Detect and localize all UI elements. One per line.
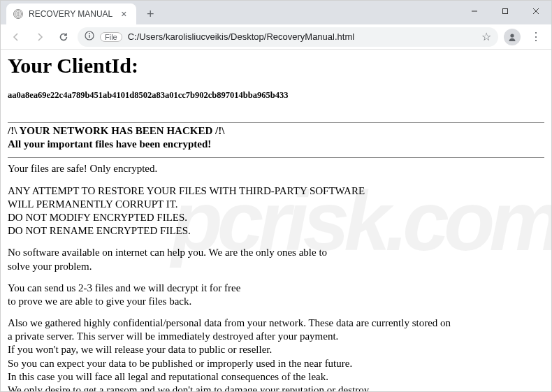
close-tab-icon[interactable]: × [118, 8, 129, 20]
person-icon [504, 29, 521, 45]
body-line: So you can expect your data to be publis… [8, 358, 352, 369]
hacked-line: /!\ YOUR NETWORK HAS BEEN HACKED /!\ [8, 125, 224, 136]
body-line: WILL PERMANENTLY CORRUPT IT. [8, 198, 178, 210]
body-line: If you won't pay, we will release your d… [8, 344, 272, 355]
svg-point-6 [89, 33, 90, 34]
profile-avatar[interactable] [502, 27, 522, 47]
address-bar[interactable]: File C:/Users/karolisliucveikis/Desktop/… [78, 27, 498, 47]
window-controls [459, 1, 551, 22]
browser-window: RECOVERY MANUAL × + File C:/Users/karoli… [0, 0, 552, 392]
maximize-button[interactable] [490, 1, 521, 22]
toolbar: File C:/Users/karolisliucveikis/Desktop/… [1, 24, 551, 50]
minimize-button[interactable] [459, 1, 490, 22]
close-window-button[interactable] [521, 1, 551, 22]
page-title: Your ClientId: [8, 54, 544, 78]
body-line: No software available on internet can he… [8, 247, 327, 258]
body-line: DO NOT MODIFY ENCRYPTED FILES. [8, 212, 187, 223]
body-line: We only desire to get a ransom and we do… [8, 384, 369, 391]
reload-button[interactable] [54, 27, 73, 47]
forward-button[interactable] [30, 27, 50, 47]
body-line: ANY ATTEMPT TO RESTORE YOUR FILES WITH T… [8, 185, 365, 196]
body-line: a private server. This server will be im… [8, 331, 338, 342]
body-line: DO NOT RENAME ENCRYPTED FILES. [8, 225, 191, 236]
svg-rect-7 [89, 35, 89, 38]
body-line: Also we gathered highly confidential/per… [8, 317, 451, 328]
bookmark-star-icon[interactable]: ☆ [481, 30, 491, 43]
url-text: C:/Users/karolisliucveikis/Desktop/Recov… [128, 31, 476, 42]
svg-point-8 [510, 34, 514, 37]
body-line: You can send us 2-3 files and we will de… [8, 282, 240, 293]
info-icon[interactable] [85, 31, 94, 43]
kebab-menu-icon[interactable]: ⋮ [526, 27, 546, 47]
svg-rect-2 [503, 9, 508, 14]
tab-title: RECOVERY MANUAL [29, 9, 112, 19]
page-content: pcrisk.com Your ClientId: aa0a8ea69e22c4… [1, 50, 551, 391]
body-line: In this case you will face all legal and… [8, 371, 328, 382]
back-button[interactable] [6, 27, 26, 47]
encrypted-line: All your important files have been encry… [8, 138, 211, 150]
body-line: Your files are safe! Only encrypted. [8, 163, 157, 174]
titlebar: RECOVERY MANUAL × + [1, 1, 551, 24]
file-chip: File [100, 32, 122, 42]
body-line: solve your problem. [8, 261, 92, 272]
new-tab-button[interactable]: + [140, 4, 160, 24]
divider [8, 122, 544, 123]
browser-tab[interactable]: RECOVERY MANUAL × [6, 3, 136, 24]
divider [8, 157, 544, 158]
client-id: aa0a8ea69e22c4a789b451ab4101d8502a83a01c… [8, 90, 544, 101]
body-line: to prove we are able to give your files … [8, 296, 191, 307]
globe-icon [13, 9, 23, 19]
